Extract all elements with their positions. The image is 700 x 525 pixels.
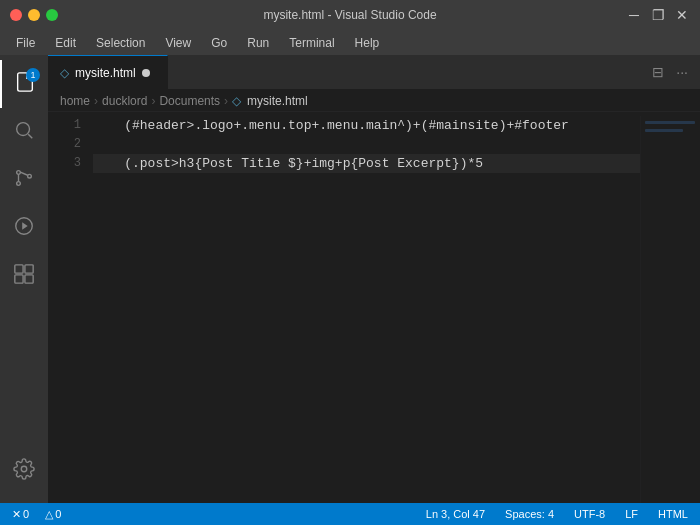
minimap-content (641, 116, 700, 137)
breadcrumb-sep-2: › (151, 94, 155, 108)
activity-search[interactable] (0, 108, 48, 156)
svg-rect-10 (25, 264, 33, 272)
line-number-1: 1 (48, 116, 81, 135)
menu-item-selection[interactable]: Selection (88, 34, 153, 52)
status-language[interactable]: HTML (654, 508, 692, 520)
status-position[interactable]: Ln 3, Col 47 (422, 508, 489, 520)
tab-filename: mysite.html (75, 66, 136, 80)
search-icon (13, 119, 35, 146)
minimap-line-1 (645, 121, 695, 124)
settings-icon (13, 458, 35, 485)
breadcrumb-sep-1: › (94, 94, 98, 108)
activity-settings[interactable] (0, 447, 48, 495)
restore-button[interactable]: ❐ (650, 7, 666, 23)
maximize-traffic-light[interactable] (46, 9, 58, 21)
minimize-traffic-light[interactable] (28, 9, 40, 21)
extensions-icon (13, 263, 35, 290)
warning-icon: △ (45, 508, 53, 521)
svg-point-13 (21, 466, 27, 472)
svg-point-3 (17, 181, 21, 185)
line-number-3: 3 (48, 154, 81, 173)
status-warnings[interactable]: △ 0 (41, 508, 65, 521)
svg-point-4 (28, 174, 32, 178)
close-button[interactable]: ✕ (674, 7, 690, 23)
status-right: Ln 3, Col 47 Spaces: 4 UTF-8 LF HTML (422, 508, 692, 520)
status-encoding[interactable]: UTF-8 (570, 508, 609, 520)
activity-explorer[interactable]: 1 (0, 60, 48, 108)
breadcrumb-filename[interactable]: mysite.html (247, 94, 308, 108)
code-editor[interactable]: 1 2 3 (#header>.logo+.menu.top+.menu.mai… (48, 112, 700, 503)
menu-item-help[interactable]: Help (347, 34, 388, 52)
menu-bar: FileEditSelectionViewGoRunTerminalHelp (0, 30, 700, 55)
encoding-text: UTF-8 (574, 508, 605, 520)
breadcrumb: home › ducklord › Documents › ◇ mysite.h… (48, 90, 700, 112)
breadcrumb-file-icon: ◇ (232, 94, 241, 108)
status-line-ending[interactable]: LF (621, 508, 642, 520)
line-number-2: 2 (48, 135, 81, 154)
breadcrumb-user[interactable]: ducklord (102, 94, 147, 108)
status-spaces[interactable]: Spaces: 4 (501, 508, 558, 520)
tab-bar-actions: ⊟ ··· (648, 55, 700, 89)
breadcrumb-sep-3: › (224, 94, 228, 108)
svg-point-2 (17, 170, 21, 174)
menu-item-terminal[interactable]: Terminal (281, 34, 342, 52)
split-editor-button[interactable]: ⊟ (648, 62, 668, 82)
activity-extensions[interactable] (0, 252, 48, 300)
code-line-1: (#header>.logo+.menu.top+.menu.main^)+(#… (93, 116, 640, 135)
menu-item-run[interactable]: Run (239, 34, 277, 52)
svg-rect-12 (25, 274, 33, 282)
main-area: 1 (0, 55, 700, 503)
minimize-button[interactable]: ─ (626, 7, 642, 23)
code-content[interactable]: (#header>.logo+.menu.top+.menu.main^)+(#… (93, 116, 640, 503)
breadcrumb-home[interactable]: home (60, 94, 90, 108)
minimap-line-3 (645, 129, 683, 132)
html-file-icon: ◇ (60, 66, 69, 80)
code-line-3: (.post>h3{Post Title $}+img+p{Post Excer… (93, 154, 640, 173)
window-title: mysite.html - Visual Studio Code (263, 8, 436, 22)
more-actions-button[interactable]: ··· (672, 62, 692, 82)
menu-item-file[interactable]: File (8, 34, 43, 52)
minimap (640, 116, 700, 503)
explorer-badge: 1 (26, 68, 40, 82)
activity-bar: 1 (0, 55, 48, 503)
menu-item-go[interactable]: Go (203, 34, 235, 52)
activity-source-control[interactable] (0, 156, 48, 204)
warning-count: 0 (55, 508, 61, 520)
code-line-2 (93, 135, 640, 154)
breadcrumb-documents[interactable]: Documents (159, 94, 220, 108)
status-left: ✕ 0 △ 0 (8, 508, 65, 521)
error-icon: ✕ (12, 508, 21, 521)
language-text: HTML (658, 508, 688, 520)
spaces-text: Spaces: 4 (505, 508, 554, 520)
tab-modified-indicator (142, 69, 150, 77)
svg-line-1 (28, 134, 32, 138)
status-errors[interactable]: ✕ 0 (8, 508, 33, 521)
line-ending-text: LF (625, 508, 638, 520)
svg-rect-9 (15, 264, 23, 272)
editor-tab[interactable]: ◇ mysite.html (48, 55, 168, 89)
title-bar: mysite.html - Visual Studio Code ─ ❐ ✕ (0, 0, 700, 30)
source-control-icon (13, 167, 35, 194)
error-count: 0 (23, 508, 29, 520)
line-numbers: 1 2 3 (48, 116, 93, 503)
svg-line-6 (20, 172, 27, 175)
svg-point-0 (17, 122, 30, 135)
menu-item-edit[interactable]: Edit (47, 34, 84, 52)
editor-area: ◇ mysite.html ⊟ ··· home › ducklord › Do… (48, 55, 700, 503)
menu-item-view[interactable]: View (157, 34, 199, 52)
close-traffic-light[interactable] (10, 9, 22, 21)
position-text: Ln 3, Col 47 (426, 508, 485, 520)
status-bar: ✕ 0 △ 0 Ln 3, Col 47 Spaces: 4 UTF-8 LF … (0, 503, 700, 525)
svg-rect-11 (15, 274, 23, 282)
run-debug-icon (13, 215, 35, 242)
window-controls: ─ ❐ ✕ (626, 7, 690, 23)
tab-bar: ◇ mysite.html ⊟ ··· (48, 55, 700, 90)
traffic-lights (10, 9, 58, 21)
activity-run-debug[interactable] (0, 204, 48, 252)
svg-marker-8 (22, 222, 28, 229)
